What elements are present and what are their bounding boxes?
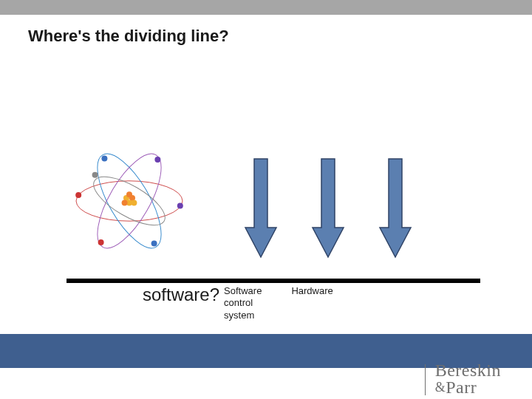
slide-title: Where's the dividing line?	[0, 15, 532, 46]
label-text: Software	[224, 285, 262, 297]
software-control-system-label: Software control system	[224, 285, 262, 321]
label-text: control	[224, 297, 262, 309]
atom-diagram	[70, 142, 188, 260]
brand-line1: Bereskin	[435, 362, 501, 379]
brand-logo: Bereskin &Parr	[435, 362, 501, 396]
content-area: software? Software control system Hardwa…	[0, 46, 532, 338]
svg-point-13	[151, 241, 157, 247]
brand-amp: &	[435, 380, 446, 395]
svg-point-11	[177, 202, 183, 208]
svg-point-8	[131, 200, 137, 205]
svg-point-16	[92, 172, 98, 178]
footer: Bereskin &Parr	[0, 334, 532, 399]
down-arrow-icon	[311, 157, 345, 260]
divider-line	[66, 279, 480, 283]
svg-point-15	[98, 239, 104, 245]
svg-point-7	[122, 200, 128, 205]
label-text: system	[224, 310, 262, 321]
hardware-label: Hardware	[291, 285, 332, 297]
arrow-group	[244, 157, 412, 260]
brand-rest: Parr	[446, 378, 477, 397]
top-bar	[0, 0, 532, 15]
svg-point-14	[154, 157, 160, 163]
label-row: software? Software control system Hardwa…	[143, 285, 333, 321]
software-question-label: software?	[143, 285, 219, 304]
brand-rule	[425, 364, 426, 395]
brand-line2: &Parr	[435, 379, 501, 396]
down-arrow-icon	[378, 157, 412, 260]
svg-point-12	[101, 155, 107, 161]
svg-point-10	[75, 192, 81, 198]
down-arrow-icon	[244, 157, 278, 260]
svg-point-9	[126, 191, 132, 197]
